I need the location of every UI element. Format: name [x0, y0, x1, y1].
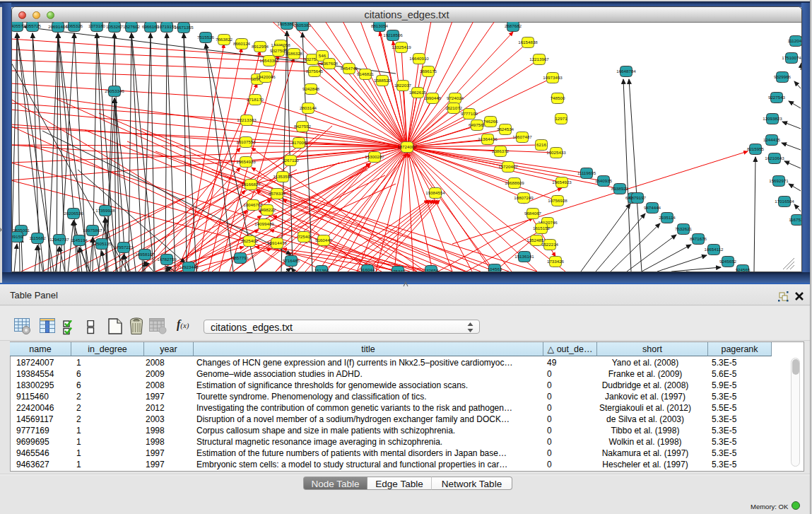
svg-text:8375645: 8375645	[306, 69, 324, 74]
svg-text:10973493: 10973493	[543, 75, 563, 80]
svg-text:1145194: 1145194	[71, 238, 88, 243]
svg-text:16154838: 16154838	[518, 40, 538, 45]
svg-text:12942737: 12942737	[49, 237, 69, 242]
svg-text:17510074: 17510074	[782, 55, 801, 60]
svg-text:8912954: 8912954	[252, 44, 269, 49]
svg-text:15692971: 15692971	[769, 178, 789, 183]
svg-text:17359928: 17359928	[95, 208, 115, 213]
svg-text:9327505: 9327505	[270, 48, 288, 53]
svg-text:12505135: 12505135	[92, 241, 112, 246]
svg-text:1073180: 1073180	[88, 23, 106, 28]
svg-text:8660124: 8660124	[233, 41, 251, 46]
svg-text:2687682: 2687682	[505, 23, 522, 28]
svg-text:7632621: 7632621	[675, 226, 693, 231]
svg-text:546: 546	[319, 53, 326, 58]
svg-text:18807249: 18807249	[514, 195, 534, 200]
svg-text:13325419: 13325419	[392, 45, 411, 49]
svg-text:1822037: 1822037	[394, 83, 412, 88]
svg-text:1527602: 1527602	[123, 24, 141, 29]
svg-text:8427552: 8427552	[294, 124, 312, 129]
svg-text:2367608: 2367608	[321, 61, 339, 66]
svg-text:175342: 175342	[391, 269, 406, 271]
svg-text:3624534: 3624534	[497, 127, 514, 132]
svg-text:2055725: 2055725	[24, 23, 42, 28]
svg-text:5716485: 5716485	[283, 258, 300, 263]
svg-text:12093823: 12093823	[763, 116, 782, 121]
svg-text:9227543: 9227543	[768, 95, 786, 100]
svg-text:17016504: 17016504	[775, 199, 794, 204]
svg-text:19654933: 19654933	[236, 159, 256, 164]
svg-text:2935114: 2935114	[659, 215, 676, 220]
svg-text:23420046: 23420046	[256, 74, 276, 79]
svg-text:916044: 916044	[360, 267, 375, 271]
svg-text:10654112: 10654112	[704, 247, 724, 252]
svg-text:9160447: 9160447	[315, 238, 333, 243]
svg-text:746266: 746266	[483, 119, 498, 124]
svg-text:16640910: 16640910	[409, 56, 429, 61]
svg-text:39159: 39159	[12, 234, 23, 239]
svg-text:16648784: 16648784	[616, 69, 636, 74]
svg-text:8578334: 8578334	[269, 191, 286, 196]
svg-text:12213383: 12213383	[237, 117, 257, 122]
svg-text:20206536: 20206536	[64, 211, 83, 216]
svg-text:9146821: 9146821	[357, 71, 375, 76]
svg-text:16782759: 16782759	[157, 257, 177, 262]
svg-text:1053267: 1053267	[106, 24, 124, 29]
svg-text:9329966: 9329966	[774, 74, 792, 79]
svg-text:10688609: 10688609	[505, 180, 524, 185]
svg-text:2718170: 2718170	[247, 97, 264, 102]
svg-text:1615152: 1615152	[533, 226, 551, 230]
svg-text:8215955: 8215955	[747, 146, 765, 151]
svg-text:2386372: 2386372	[492, 148, 510, 153]
svg-text:1605381: 1605381	[294, 23, 312, 28]
svg-text:9777109: 9777109	[461, 111, 478, 116]
svg-text:8454749: 8454749	[341, 66, 358, 71]
svg-text:9857791: 9857791	[232, 255, 249, 260]
svg-text:1522214: 1522214	[541, 242, 559, 247]
svg-text:6879197: 6879197	[629, 195, 647, 200]
svg-text:924565: 924565	[736, 267, 751, 271]
svg-text:1588520: 1588520	[374, 78, 392, 83]
svg-text:9724024: 9724024	[447, 95, 464, 100]
svg-text:1862615: 1862615	[409, 90, 427, 95]
svg-text:12923446: 12923446	[179, 264, 199, 269]
svg-text:748500: 748500	[551, 95, 565, 100]
svg-text:18724007: 18724007	[397, 144, 417, 149]
svg-text:10025433: 10025433	[546, 150, 566, 155]
svg-text:15720407: 15720407	[498, 164, 518, 169]
svg-text:9498222: 9498222	[259, 207, 276, 212]
svg-text:7515526: 7515526	[197, 35, 215, 40]
svg-text:19384554: 19384554	[425, 190, 445, 195]
svg-text:16914479: 16914479	[267, 240, 287, 245]
svg-text:9474444: 9474444	[644, 205, 661, 210]
svg-text:9242848: 9242848	[302, 86, 320, 91]
svg-text:7625402: 7625402	[241, 238, 259, 243]
svg-text:2803144: 2803144	[300, 105, 317, 110]
svg-text:1167533: 1167533	[789, 217, 801, 222]
svg-text:1696175: 1696175	[420, 69, 437, 74]
svg-text:19654923: 19654923	[552, 180, 572, 185]
svg-text:1733426: 1733426	[547, 259, 565, 264]
svg-text:17957223: 17957223	[114, 245, 134, 250]
svg-text:10607487: 10607487	[512, 134, 532, 139]
svg-text:10958107: 10958107	[135, 252, 155, 257]
svg-text:8186328: 8186328	[286, 51, 303, 56]
svg-text:7663822: 7663822	[216, 37, 233, 42]
svg-text:16543362: 16543362	[259, 58, 279, 63]
svg-text:11353594: 11353594	[273, 174, 293, 179]
svg-text:10756928: 10756928	[548, 198, 567, 203]
svg-text:29053346: 29053346	[105, 88, 124, 93]
svg-text:8813054: 8813054	[371, 23, 389, 28]
svg-text:8938923: 8938923	[611, 186, 629, 191]
svg-text:417006: 417006	[292, 140, 307, 145]
svg-text:15136141: 15136141	[514, 254, 534, 259]
svg-text:21364436: 21364436	[478, 136, 498, 141]
svg-text:9684067: 9684067	[524, 211, 542, 216]
svg-text:8471676: 8471676	[690, 236, 707, 241]
svg-text:19166827: 19166827	[241, 182, 261, 187]
svg-text:1621072: 1621072	[445, 105, 463, 110]
svg-text:10107553: 10107553	[236, 139, 256, 144]
svg-text:11119695: 11119695	[577, 170, 596, 175]
svg-text:132654: 132654	[424, 268, 439, 271]
svg-text:3267110: 3267110	[282, 158, 299, 163]
